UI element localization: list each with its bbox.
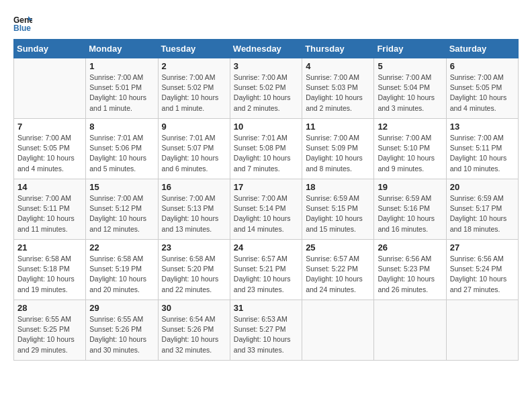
day-info: Sunrise: 7:00 AMSunset: 5:09 PMDaylight:… [306, 133, 370, 174]
calendar-cell: 9Sunrise: 7:01 AMSunset: 5:07 PMDaylight… [158, 119, 230, 179]
day-number: 19 [378, 182, 442, 192]
day-info: Sunrise: 6:56 AMSunset: 5:23 PMDaylight:… [378, 254, 442, 295]
day-info: Sunrise: 6:58 AMSunset: 5:20 PMDaylight:… [162, 254, 226, 295]
day-info: Sunrise: 7:00 AMSunset: 5:11 PMDaylight:… [450, 133, 515, 174]
day-number: 25 [306, 242, 370, 253]
calendar-cell: 12Sunrise: 7:00 AMSunset: 5:10 PMDayligh… [374, 119, 446, 179]
day-number: 7 [17, 122, 82, 132]
calendar-cell: 18Sunrise: 6:59 AMSunset: 5:15 PMDayligh… [302, 179, 374, 240]
day-info: Sunrise: 6:56 AMSunset: 5:24 PMDaylight:… [450, 254, 515, 295]
calendar-cell: 6Sunrise: 7:00 AMSunset: 5:05 PMDaylight… [446, 58, 518, 119]
day-number: 15 [89, 182, 154, 192]
day-number: 22 [89, 242, 154, 253]
weekday-header-friday: Friday [374, 40, 446, 58]
calendar-cell: 2Sunrise: 7:00 AMSunset: 5:02 PMDaylight… [158, 58, 230, 119]
calendar-cell: 26Sunrise: 6:56 AMSunset: 5:23 PMDayligh… [374, 240, 446, 300]
calendar-cell [302, 300, 374, 361]
day-number: 28 [17, 303, 82, 313]
calendar-cell: 11Sunrise: 7:00 AMSunset: 5:09 PMDayligh… [302, 119, 374, 179]
calendar-cell: 28Sunrise: 6:55 AMSunset: 5:25 PMDayligh… [14, 300, 86, 361]
day-number: 1 [89, 61, 154, 71]
calendar-cell: 5Sunrise: 7:00 AMSunset: 5:04 PMDaylight… [374, 58, 446, 119]
calendar-cell: 7Sunrise: 7:00 AMSunset: 5:05 PMDaylight… [14, 119, 86, 179]
day-number: 21 [17, 242, 82, 253]
calendar-cell: 19Sunrise: 6:59 AMSunset: 5:16 PMDayligh… [374, 179, 446, 240]
calendar-cell: 31Sunrise: 6:53 AMSunset: 5:27 PMDayligh… [230, 300, 302, 361]
calendar-cell: 16Sunrise: 7:00 AMSunset: 5:13 PMDayligh… [158, 179, 230, 240]
calendar-cell [446, 300, 518, 361]
calendar-week-row: 21Sunrise: 6:58 AMSunset: 5:18 PMDayligh… [14, 240, 519, 300]
calendar-table: SundayMondayTuesdayWednesdayThursdayFrid… [13, 39, 519, 361]
day-number: 5 [378, 61, 442, 71]
day-number: 10 [234, 122, 298, 132]
day-info: Sunrise: 7:00 AMSunset: 5:11 PMDaylight:… [17, 193, 82, 234]
weekday-header-row: SundayMondayTuesdayWednesdayThursdayFrid… [14, 40, 519, 58]
calendar-cell: 3Sunrise: 7:00 AMSunset: 5:02 PMDaylight… [230, 58, 302, 119]
calendar-cell: 4Sunrise: 7:00 AMSunset: 5:03 PMDaylight… [302, 58, 374, 119]
day-info: Sunrise: 7:00 AMSunset: 5:13 PMDaylight:… [162, 193, 226, 234]
day-info: Sunrise: 6:59 AMSunset: 5:15 PMDaylight:… [306, 193, 370, 234]
day-number: 6 [450, 61, 515, 71]
day-number: 16 [162, 182, 226, 192]
svg-text:Blue: Blue [13, 24, 31, 32]
calendar-cell: 1Sunrise: 7:00 AMSunset: 5:01 PMDaylight… [86, 58, 158, 119]
day-number: 24 [234, 242, 298, 253]
calendar-cell: 10Sunrise: 7:01 AMSunset: 5:08 PMDayligh… [230, 119, 302, 179]
day-number: 11 [306, 122, 370, 132]
day-info: Sunrise: 6:57 AMSunset: 5:22 PMDaylight:… [306, 254, 370, 295]
day-number: 2 [162, 61, 226, 71]
day-info: Sunrise: 7:00 AMSunset: 5:05 PMDaylight:… [17, 133, 82, 174]
day-number: 14 [17, 182, 82, 192]
calendar-week-row: 7Sunrise: 7:00 AMSunset: 5:05 PMDaylight… [14, 119, 519, 179]
day-info: Sunrise: 6:58 AMSunset: 5:18 PMDaylight:… [17, 254, 82, 295]
day-number: 12 [378, 122, 442, 132]
weekday-header-sunday: Sunday [14, 40, 86, 58]
calendar-cell [14, 58, 86, 119]
calendar-cell: 30Sunrise: 6:54 AMSunset: 5:26 PMDayligh… [158, 300, 230, 361]
calendar-cell: 29Sunrise: 6:55 AMSunset: 5:26 PMDayligh… [86, 300, 158, 361]
day-number: 8 [89, 122, 154, 132]
day-number: 20 [450, 182, 515, 192]
day-info: Sunrise: 7:00 AMSunset: 5:04 PMDaylight:… [378, 73, 442, 113]
weekday-header-monday: Monday [86, 40, 158, 58]
page-header: General Blue [13, 13, 519, 32]
day-number: 30 [162, 303, 226, 313]
day-info: Sunrise: 6:55 AMSunset: 5:26 PMDaylight:… [89, 314, 154, 355]
calendar-cell: 14Sunrise: 7:00 AMSunset: 5:11 PMDayligh… [14, 179, 86, 240]
day-info: Sunrise: 7:01 AMSunset: 5:07 PMDaylight:… [162, 133, 226, 174]
day-number: 23 [162, 242, 226, 253]
calendar-cell: 27Sunrise: 6:56 AMSunset: 5:24 PMDayligh… [446, 240, 518, 300]
day-info: Sunrise: 6:53 AMSunset: 5:27 PMDaylight:… [234, 314, 298, 355]
calendar-cell: 13Sunrise: 7:00 AMSunset: 5:11 PMDayligh… [446, 119, 518, 179]
day-number: 27 [450, 242, 515, 253]
day-number: 13 [450, 122, 515, 132]
logo-icon: General Blue [13, 13, 32, 32]
weekday-header-wednesday: Wednesday [230, 40, 302, 58]
calendar-week-row: 28Sunrise: 6:55 AMSunset: 5:25 PMDayligh… [14, 300, 519, 361]
day-info: Sunrise: 7:00 AMSunset: 5:03 PMDaylight:… [306, 73, 370, 113]
day-number: 4 [306, 61, 370, 71]
calendar-cell: 8Sunrise: 7:01 AMSunset: 5:06 PMDaylight… [86, 119, 158, 179]
weekday-header-saturday: Saturday [446, 40, 518, 58]
calendar-cell: 22Sunrise: 6:58 AMSunset: 5:19 PMDayligh… [86, 240, 158, 300]
day-info: Sunrise: 7:00 AMSunset: 5:02 PMDaylight:… [162, 73, 226, 113]
day-info: Sunrise: 7:00 AMSunset: 5:14 PMDaylight:… [234, 193, 298, 234]
weekday-header-tuesday: Tuesday [158, 40, 230, 58]
day-info: Sunrise: 6:58 AMSunset: 5:19 PMDaylight:… [89, 254, 154, 295]
day-info: Sunrise: 6:59 AMSunset: 5:17 PMDaylight:… [450, 193, 515, 234]
day-number: 9 [162, 122, 226, 132]
day-number: 29 [89, 303, 154, 313]
day-info: Sunrise: 7:01 AMSunset: 5:06 PMDaylight:… [89, 133, 154, 174]
calendar-cell: 15Sunrise: 7:00 AMSunset: 5:12 PMDayligh… [86, 179, 158, 240]
weekday-header-thursday: Thursday [302, 40, 374, 58]
day-number: 3 [234, 61, 298, 71]
day-number: 31 [234, 303, 298, 313]
day-info: Sunrise: 6:55 AMSunset: 5:25 PMDaylight:… [17, 314, 82, 355]
calendar-cell: 25Sunrise: 6:57 AMSunset: 5:22 PMDayligh… [302, 240, 374, 300]
day-info: Sunrise: 7:01 AMSunset: 5:08 PMDaylight:… [234, 133, 298, 174]
calendar-week-row: 1Sunrise: 7:00 AMSunset: 5:01 PMDaylight… [14, 58, 519, 119]
day-info: Sunrise: 7:00 AMSunset: 5:12 PMDaylight:… [89, 193, 154, 234]
day-info: Sunrise: 7:00 AMSunset: 5:02 PMDaylight:… [234, 73, 298, 113]
day-info: Sunrise: 7:00 AMSunset: 5:10 PMDaylight:… [378, 133, 442, 174]
logo: General Blue [13, 13, 35, 32]
